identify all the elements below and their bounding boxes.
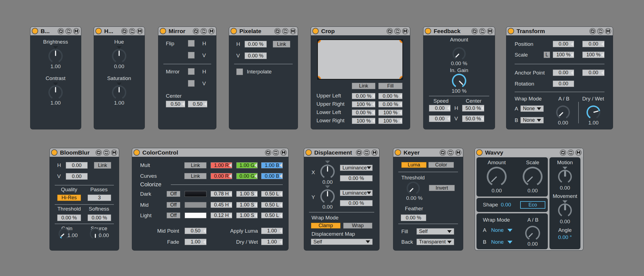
x-knob[interactable]	[320, 164, 335, 179]
device-activator-toggle[interactable]	[305, 149, 312, 156]
save-icon[interactable]	[111, 149, 117, 156]
lower-right-fill-numbox[interactable]: 100 %	[378, 118, 402, 124]
light-l-numbox[interactable]: 0.50 L	[261, 213, 283, 218]
fill-dropdown[interactable]: Self	[417, 228, 454, 235]
mult-b-numbox[interactable]: 1.00 B	[261, 162, 283, 168]
invert-button[interactable]: Invert	[429, 185, 455, 191]
y-amount-numbox[interactable]: 0.00 %	[340, 200, 373, 206]
mult-g-numbox[interactable]: 1.00 G	[236, 162, 258, 168]
mirror-h-checkbox[interactable]	[188, 68, 195, 75]
hot-swap-icon[interactable]	[394, 28, 401, 34]
ab-knob[interactable]	[525, 226, 540, 241]
x-mode-dropdown[interactable]: Luminance	[340, 165, 373, 171]
device-activator-toggle[interactable]	[508, 28, 514, 34]
center-x-numbox[interactable]: 0.50	[166, 101, 185, 107]
map-icon[interactable]	[274, 28, 281, 34]
save-icon[interactable]	[455, 149, 462, 156]
curves-link-button[interactable]: Link	[184, 173, 206, 179]
hue-knob[interactable]	[112, 49, 126, 63]
map-icon[interactable]	[471, 28, 478, 34]
hot-swap-icon[interactable]	[282, 28, 289, 34]
link-button[interactable]: Link	[94, 162, 111, 169]
scale-link-button[interactable]: L	[544, 52, 550, 58]
light-h-numbox[interactable]: 0.12 H	[211, 213, 232, 218]
dark-h-numbox[interactable]: 0.78 H	[211, 191, 232, 197]
speed-v-numbox[interactable]: 0.00	[429, 115, 451, 122]
y-mode-dropdown[interactable]: Luminance	[340, 190, 373, 196]
save-icon[interactable]	[575, 149, 582, 156]
center-y-numbox[interactable]: 0.50	[188, 101, 207, 107]
mid-point-numbox[interactable]: 0.50	[185, 228, 206, 234]
mult-r-numbox[interactable]: 1.00 R	[211, 162, 232, 168]
mult-link-button[interactable]: Link	[184, 162, 206, 168]
scale-knob[interactable]	[523, 167, 543, 187]
interpolate-checkbox[interactable]	[236, 68, 243, 75]
wrap-a-dropdown[interactable]: None	[520, 105, 544, 112]
mid-s-numbox[interactable]: 1.00 S	[236, 202, 258, 208]
shape-value[interactable]: 0.00	[501, 202, 511, 208]
link-button[interactable]: Link	[352, 83, 375, 89]
map-icon[interactable]	[265, 149, 271, 156]
map-icon[interactable]	[95, 149, 102, 156]
motion-knob[interactable]	[558, 170, 572, 184]
crop-handle-lower-right[interactable]	[398, 75, 402, 79]
save-icon[interactable]	[487, 28, 493, 34]
upper-right-fill-numbox[interactable]: 0.00 %	[378, 101, 402, 107]
hot-swap-icon[interactable]	[200, 28, 207, 34]
save-icon[interactable]	[280, 149, 287, 156]
mid-l-numbox[interactable]: 0.50 L	[261, 202, 283, 208]
device-activator-toggle[interactable]	[395, 149, 401, 156]
map-icon[interactable]	[439, 149, 446, 156]
save-icon[interactable]	[605, 28, 611, 34]
hot-swap-icon[interactable]	[103, 149, 110, 156]
device-activator-toggle[interactable]	[32, 28, 38, 34]
link-button[interactable]: Link	[273, 41, 290, 47]
crop-handle-upper-left[interactable]	[318, 40, 322, 44]
flip-h-checkbox[interactable]	[188, 40, 195, 47]
color-button[interactable]: Color	[428, 162, 454, 168]
threshold-knob[interactable]	[407, 182, 420, 195]
lower-left-link-numbox[interactable]: 0.00 %	[352, 110, 375, 116]
angle-value[interactable]: 0.00 °	[558, 234, 572, 240]
ab-knob[interactable]	[556, 105, 570, 119]
hot-swap-icon[interactable]	[567, 149, 574, 156]
map-icon[interactable]	[386, 28, 393, 34]
crop-handle-upper-right[interactable]	[398, 40, 402, 44]
brightness-knob[interactable]	[48, 49, 63, 63]
dark-s-numbox[interactable]: 1.00 S	[236, 191, 258, 197]
save-icon[interactable]	[371, 149, 378, 156]
mid-off-button[interactable]: Off	[167, 202, 180, 208]
back-dropdown[interactable]: Transparent	[417, 239, 454, 245]
scale-y-numbox[interactable]: 100 %	[582, 52, 604, 58]
lower-right-link-numbox[interactable]: 100 %	[352, 118, 375, 124]
movement-knob[interactable]	[558, 203, 572, 217]
map-icon[interactable]	[57, 28, 64, 34]
fill-button[interactable]: Fill	[378, 83, 402, 89]
mid-h-numbox[interactable]: 0.45 H	[211, 202, 232, 208]
curves-g-numbox[interactable]: 0.00 G	[236, 173, 258, 179]
position-y-numbox[interactable]: 0.00	[582, 41, 604, 47]
hot-swap-icon[interactable]	[447, 149, 454, 156]
contrast-knob[interactable]	[48, 85, 63, 100]
flip-v-checkbox[interactable]	[188, 52, 195, 59]
amount-knob[interactable]	[452, 47, 466, 60]
lower-left-fill-numbox[interactable]: 100 %	[378, 110, 402, 116]
save-icon[interactable]	[73, 28, 80, 34]
dark-l-numbox[interactable]: 0.50 L	[261, 191, 283, 197]
crop-handle-lower-left[interactable]	[318, 75, 322, 79]
clamp-button[interactable]: Clamp	[311, 223, 341, 229]
dark-color-swatch[interactable]	[185, 191, 206, 197]
device-activator-toggle[interactable]	[476, 149, 483, 156]
wrap-a-dropdown[interactable]: None	[491, 227, 512, 233]
position-x-numbox[interactable]: 0.00	[553, 41, 574, 47]
wrap-b-dropdown[interactable]: None	[491, 239, 512, 245]
anchor-y-numbox[interactable]: 0.00	[582, 70, 604, 76]
amount-knob[interactable]	[487, 167, 507, 187]
curves-r-numbox[interactable]: 0.00 R	[211, 173, 232, 179]
softness-numbox[interactable]: 0.00 %	[88, 214, 111, 221]
mid-color-swatch[interactable]	[185, 202, 206, 208]
x-amount-numbox[interactable]: 0.00 %	[340, 175, 373, 181]
passes-numbox[interactable]: 3	[88, 195, 111, 201]
displacement-map-dropdown[interactable]: Self	[311, 239, 373, 245]
device-activator-toggle[interactable]	[133, 149, 140, 156]
